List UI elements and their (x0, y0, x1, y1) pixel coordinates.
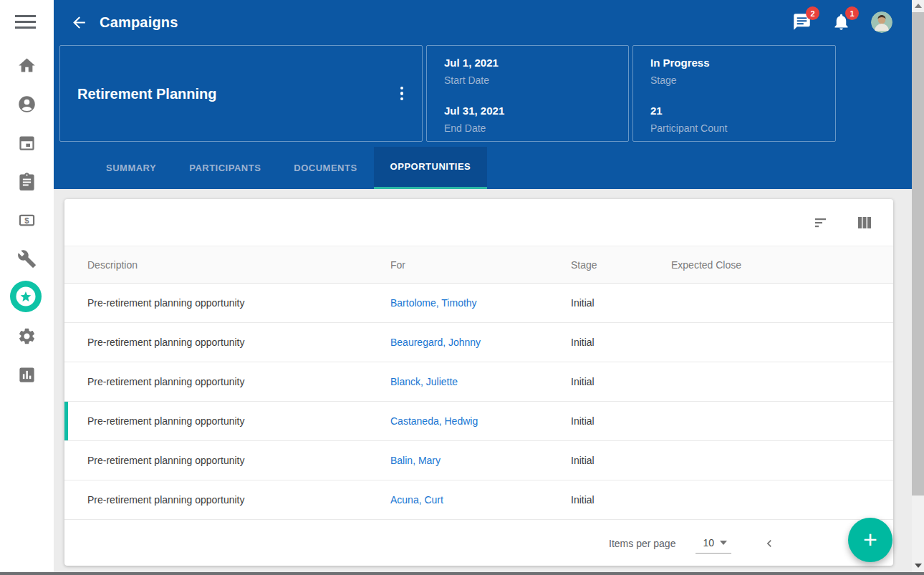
sidebar-item-billing[interactable]: $ (17, 211, 37, 230)
window-bottom-edge (0, 572, 924, 575)
table-body: Pre-retirement planning opportunity Bart… (64, 284, 893, 520)
home-icon (17, 56, 37, 75)
tab-participants[interactable]: PARTICIPANTS (173, 147, 277, 189)
campaigns-star-icon (10, 281, 42, 312)
chat-icon (792, 21, 812, 34)
table-toolbar (64, 199, 893, 246)
menu-icon[interactable] (15, 15, 37, 30)
scroll-down-arrow[interactable] (912, 560, 924, 571)
opportunity-stage: Initial (571, 455, 671, 466)
columns-icon[interactable] (856, 214, 873, 231)
column-header-expected-close[interactable]: Expected Close (671, 259, 893, 271)
page-header: Campaigns 2 1 Retirement Planning (54, 0, 912, 189)
campaign-tabs: SUMMARY PARTICIPANTS DOCUMENTS OPPORTUNI… (54, 147, 487, 189)
sidebar-item-reports[interactable] (17, 365, 37, 385)
add-opportunity-fab[interactable]: + (848, 518, 892, 562)
column-header-for[interactable]: For (390, 259, 571, 271)
kebab-menu-icon[interactable] (393, 84, 410, 104)
start-date-label: Start Date (444, 74, 620, 87)
notifications-badge: 1 (845, 6, 859, 20)
start-date-value: Jul 1, 2021 (444, 57, 620, 69)
participant-link[interactable]: Blanck, Juliette (390, 376, 571, 387)
sidebar-item-tasks[interactable] (17, 172, 37, 191)
sidebar-item-contacts[interactable] (17, 95, 37, 114)
opportunities-table-card: Description For Stage Expected Close Pre… (64, 199, 893, 566)
notifications-button[interactable]: 1 (832, 12, 852, 32)
campaign-dates-card: Jul 1, 2021 Start Date Jul 31, 2021 End … (426, 45, 629, 142)
participant-link[interactable]: Bartolome, Timothy (390, 297, 571, 309)
bar-chart-icon (17, 365, 37, 385)
user-avatar[interactable] (871, 11, 892, 33)
content-area: Description For Stage Expected Close Pre… (54, 189, 912, 575)
participant-link[interactable]: Acuna, Curt (390, 494, 571, 506)
opportunity-description: Pre-retirement planning opportunity (87, 415, 390, 427)
opportunity-stage: Initial (571, 494, 671, 506)
sidebar-item-settings[interactable] (17, 327, 37, 346)
person-icon (17, 95, 37, 114)
table-row[interactable]: Pre-retirement planning opportunity Bart… (64, 284, 893, 323)
campaign-stage-card: In Progress Stage 21 Participant Count (632, 45, 836, 142)
opportunity-description: Pre-retirement planning opportunity (87, 455, 390, 466)
campaign-name-card: Retirement Planning (59, 45, 423, 142)
table-row[interactable]: Pre-retirement planning opportunity Beau… (64, 323, 893, 362)
sidebar-item-campaigns-active[interactable] (10, 281, 42, 312)
participant-link[interactable]: Beauregard, Johnny (390, 337, 571, 348)
sidebar-item-home[interactable] (17, 56, 37, 75)
participant-count-value: 21 (650, 105, 827, 117)
sidebar-item-tools[interactable] (17, 249, 37, 269)
calendar-icon (17, 133, 37, 153)
stage-label: Stage (650, 74, 827, 87)
table-row[interactable]: Pre-retirement planning opportunity Acun… (64, 480, 893, 520)
tab-documents[interactable]: DOCUMENTS (277, 147, 373, 189)
scrollbar-thumb[interactable] (912, 12, 924, 496)
participant-link[interactable]: Castaneda, Hedwig (390, 415, 571, 427)
column-header-description[interactable]: Description (87, 259, 390, 271)
opportunity-stage: Initial (571, 415, 671, 427)
table-row[interactable]: Pre-retirement planning opportunity Cast… (64, 402, 893, 441)
sidebar-item-calendar[interactable] (17, 133, 37, 153)
tab-opportunities[interactable]: OPPORTUNITIES (374, 147, 488, 189)
items-per-page-label: Items per page (609, 538, 675, 549)
page-title: Campaigns (100, 14, 178, 31)
vertical-scrollbar[interactable] (912, 0, 924, 575)
svg-text:$: $ (24, 216, 29, 225)
top-app-bar: Campaigns 2 1 (54, 0, 912, 44)
participant-count-label: Participant Count (650, 122, 827, 135)
bell-icon (832, 21, 851, 34)
back-arrow-icon[interactable] (67, 10, 91, 34)
table-row[interactable]: Pre-retirement planning opportunity Bali… (64, 441, 893, 480)
clipboard-icon (17, 172, 37, 191)
table-row[interactable]: Pre-retirement planning opportunity Blan… (64, 362, 893, 402)
opportunity-stage: Initial (571, 337, 671, 348)
scroll-up-arrow[interactable] (912, 0, 924, 11)
campaign-name: Retirement Planning (77, 85, 216, 102)
wrench-icon (17, 249, 37, 269)
opportunity-description: Pre-retirement planning opportunity (87, 494, 390, 506)
sort-icon[interactable] (813, 214, 830, 231)
chevron-left-icon (762, 536, 776, 551)
messages-button[interactable]: 2 (792, 12, 812, 32)
chevron-down-icon (720, 541, 727, 545)
page-size-value: 10 (703, 537, 714, 549)
campaign-summary-cards: Retirement Planning Jul 1, 2021 Start Da… (54, 45, 912, 143)
dollar-icon: $ (17, 211, 37, 230)
opportunity-stage: Initial (571, 376, 671, 387)
table-header-row: Description For Stage Expected Close (64, 246, 893, 284)
tab-summary[interactable]: SUMMARY (90, 147, 173, 189)
end-date-value: Jul 31, 2021 (444, 105, 620, 117)
end-date-label: End Date (444, 122, 620, 135)
opportunity-description: Pre-retirement planning opportunity (87, 376, 390, 387)
opportunity-stage: Initial (571, 297, 671, 309)
opportunity-description: Pre-retirement planning opportunity (87, 337, 390, 348)
gear-icon (17, 327, 37, 346)
messages-badge: 2 (806, 6, 819, 20)
stage-value: In Progress (650, 57, 827, 69)
opportunity-description: Pre-retirement planning opportunity (87, 297, 390, 309)
participant-link[interactable]: Balin, Mary (390, 455, 571, 466)
icon-sidebar: $ (0, 0, 54, 575)
app-window: $ Campaigns 2 (0, 0, 924, 575)
page-size-select[interactable]: 10 (696, 534, 731, 554)
previous-page-button[interactable] (760, 534, 779, 553)
column-header-stage[interactable]: Stage (571, 259, 671, 271)
